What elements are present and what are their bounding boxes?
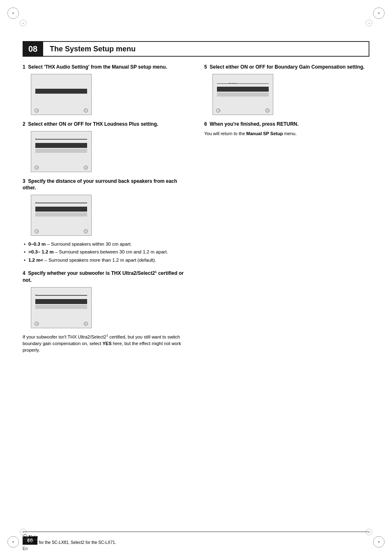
screen-icon-right: ▷ bbox=[84, 166, 88, 170]
chapter-number: 08 bbox=[23, 41, 43, 57]
screen-bar-light bbox=[35, 149, 87, 153]
note-label: Note bbox=[29, 535, 38, 539]
screen-bar-dark bbox=[35, 207, 87, 212]
step-5-heading: 5 Select either ON or OFF for Boundary G… bbox=[204, 64, 369, 71]
screen-icon-right: ▷ bbox=[84, 229, 88, 233]
step-4-heading: 4 Specify whether your subwoofer is THX … bbox=[23, 269, 188, 284]
main-content: 1 Select 'THX Audio Setting' from the Ma… bbox=[23, 64, 369, 530]
footer-line: N Note 1 Ultra2 for the SC-LX81, Select2… bbox=[23, 532, 369, 545]
step-5-section: 5 Select either ON or OFF for Boundary G… bbox=[204, 64, 369, 115]
footnote-text: 1 Ultra2 for the SC-LX81, Select2 for th… bbox=[23, 540, 369, 545]
page-lang: En bbox=[23, 546, 28, 551]
corner-mark-bottom-left bbox=[7, 536, 19, 548]
screen-icon-right: ▷ bbox=[84, 322, 88, 326]
screen-bar-light bbox=[217, 92, 269, 97]
corner-inner-top-left bbox=[20, 20, 26, 26]
corner-mark-top-right bbox=[373, 7, 385, 19]
step-1-screen: ◁ ▷ bbox=[31, 74, 92, 115]
bullet-item: 0–0.3 m – Surround speakers within 30 cm… bbox=[23, 241, 188, 248]
step-5-screen: ◁ ▷ bbox=[212, 74, 273, 115]
corner-mark-top-left bbox=[7, 7, 19, 19]
screen-icon-left: ◁ bbox=[35, 108, 39, 113]
left-column: 1 Select 'THX Audio Setting' from the Ma… bbox=[23, 64, 196, 530]
step-3-section: 3 Specify the distance of your surround … bbox=[23, 178, 188, 264]
screen-icon-left: ◁ bbox=[35, 229, 39, 233]
header-title: The System Setup menu bbox=[50, 45, 136, 53]
right-column: 5 Select either ON or OFF for Boundary G… bbox=[196, 64, 369, 530]
screen-icon-right: ▷ bbox=[84, 108, 88, 113]
corner-mark-bottom-right bbox=[373, 536, 385, 548]
step-6-heading: 6 When you're finished, press RETURN. bbox=[204, 121, 369, 128]
screen-line bbox=[35, 139, 87, 140]
footer: N Note 1 Ultra2 for the SC-LX81, Select2… bbox=[23, 532, 369, 545]
header: 08 The System Setup menu bbox=[23, 41, 369, 57]
step-2-heading: 2 Select either ON or OFF for THX Loudne… bbox=[23, 121, 188, 128]
bullet-item: >0.3– 1.2 m – Surround speakers between … bbox=[23, 249, 188, 256]
step-4-note: If your subwoofer isn't THX Ultra2/Selec… bbox=[23, 333, 188, 354]
screen-line bbox=[35, 295, 87, 296]
screen-bar-dark bbox=[35, 299, 87, 304]
screen-icon-left: ◁ bbox=[216, 108, 220, 113]
screen-line bbox=[217, 83, 269, 84]
screen-bar-light bbox=[35, 212, 87, 216]
screen-bar-dark bbox=[35, 89, 87, 94]
bullet-item: 1.2 m< – Surround speakers more than 1.2… bbox=[23, 257, 188, 264]
step-1-heading: 1 Select 'THX Audio Setting' from the Ma… bbox=[23, 64, 188, 71]
step-1-section: 1 Select 'THX Audio Setting' from the Ma… bbox=[23, 64, 188, 115]
screen-line bbox=[35, 203, 87, 203]
corner-inner-top-right bbox=[366, 20, 372, 26]
step-6-subtext: You will return to the Manual SP Setup m… bbox=[204, 130, 369, 137]
screen-icon-right: ▷ bbox=[265, 108, 270, 113]
screen-icon-left: ◁ bbox=[35, 322, 39, 326]
screen-bar-dark bbox=[35, 143, 87, 148]
step-2-screen: ◁ ▷ bbox=[31, 131, 92, 172]
step-4-screen: ◁ ▷ bbox=[31, 287, 92, 328]
screen-icon-left: ◁ bbox=[35, 166, 39, 170]
step-3-screen: ◁ ▷ bbox=[31, 195, 92, 236]
screen-bar-dark bbox=[217, 87, 269, 92]
header-title-box: The System Setup menu bbox=[43, 41, 369, 57]
step-6-section: 6 When you're finished, press RETURN. Yo… bbox=[204, 121, 369, 137]
note-icon: N Note bbox=[23, 534, 38, 539]
step-3-heading: 3 Specify the distance of your surround … bbox=[23, 178, 188, 192]
footer-note-row: N Note bbox=[23, 534, 369, 539]
step-4-section: 4 Specify whether your subwoofer is THX … bbox=[23, 269, 188, 354]
note-circle: N bbox=[23, 534, 28, 539]
screen-bar-light bbox=[35, 305, 87, 309]
step-3-bullets: 0–0.3 m – Surround speakers within 30 cm… bbox=[23, 241, 188, 264]
step-2-section: 2 Select either ON or OFF for THX Loudne… bbox=[23, 121, 188, 172]
